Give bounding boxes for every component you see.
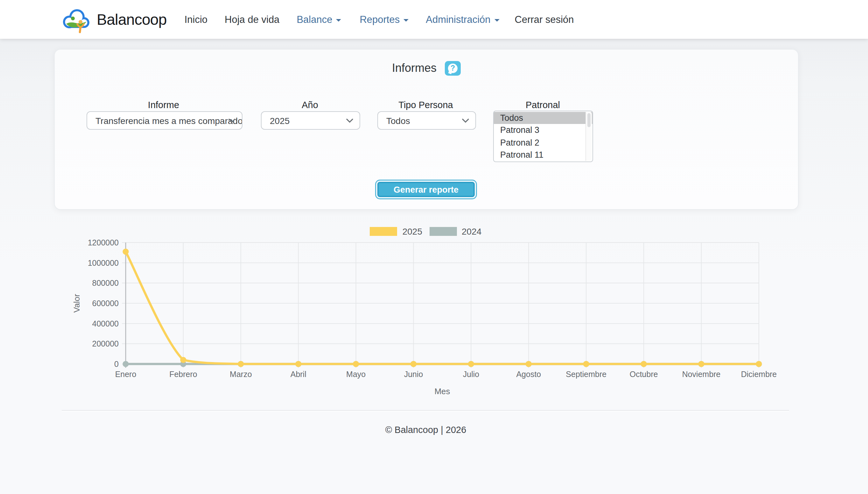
balancoop-logo-icon	[60, 3, 92, 35]
chevron-down-icon	[403, 19, 409, 21]
legend-swatch-2025	[370, 227, 397, 236]
chevron-down-icon	[346, 118, 353, 123]
svg-text:Marzo: Marzo	[230, 370, 252, 379]
svg-text:1000000: 1000000	[88, 259, 119, 267]
listbox-scrollbar[interactable]	[585, 112, 592, 161]
nav-links: Inicio Hoja de vida Balance Reportes Adm…	[167, 14, 574, 25]
legend-label-2024: 2024	[462, 226, 482, 236]
svg-text:Valor: Valor	[72, 294, 82, 312]
footer-text: © Balancoop | 2026	[54, 425, 797, 435]
svg-text:Noviembre: Noviembre	[682, 370, 721, 379]
chevron-down-icon	[462, 118, 469, 123]
chevron-down-icon	[336, 19, 341, 21]
patronal-option-patronal-2[interactable]: Patronal 2	[494, 136, 593, 149]
patronal-listbox[interactable]: Todos Patronal 3 Patronal 2 Patronal 11	[493, 111, 593, 162]
svg-text:Enero: Enero	[115, 370, 137, 379]
nav-item-balance[interactable]: Balance	[296, 14, 341, 25]
legend-item-2025[interactable]: 2025	[370, 226, 422, 236]
svg-text:1200000: 1200000	[88, 240, 119, 247]
informe-select[interactable]: Transferencia mes a mes comparado	[87, 111, 242, 130]
svg-text:Febrero: Febrero	[169, 370, 197, 379]
svg-text:Julio: Julio	[463, 370, 479, 379]
informes-panel: Informes ? Informe Año Tipo Persona Patr…	[54, 49, 799, 210]
informe-select-value: Transferencia mes a mes comparado	[87, 115, 242, 126]
svg-text:200000: 200000	[92, 339, 119, 348]
svg-text:Mes: Mes	[434, 386, 450, 396]
svg-text:0: 0	[114, 360, 119, 368]
patronal-option-patronal-11[interactable]: Patronal 11	[494, 149, 593, 161]
legend-swatch-2024	[429, 227, 457, 236]
tipo-persona-select[interactable]: Todos	[377, 111, 476, 130]
line-chart: 020000040000060000080000010000001200000E…	[54, 240, 797, 410]
nav-item-inicio[interactable]: Inicio	[184, 14, 207, 25]
svg-text:Mayo: Mayo	[346, 370, 366, 379]
svg-text:Septiembre: Septiembre	[566, 370, 607, 379]
page: Balancoop Inicio Hoja de vida Balance Re…	[0, 0, 868, 494]
svg-text:Diciembre: Diciembre	[741, 370, 777, 379]
nav-item-cerrar-sesion[interactable]: Cerrar sesión	[515, 14, 574, 25]
svg-text:Junio: Junio	[404, 370, 423, 379]
legend-item-2024[interactable]: 2024	[429, 226, 482, 236]
navbar: Balancoop Inicio Hoja de vida Balance Re…	[0, 0, 868, 39]
informe-label: Informe	[148, 100, 179, 110]
anio-select[interactable]: 2025	[261, 111, 360, 130]
scrollbar-thumb[interactable]	[587, 113, 590, 127]
svg-text:800000: 800000	[92, 279, 119, 287]
generar-reporte-button[interactable]: Generar reporte	[377, 182, 475, 197]
svg-text:Abril: Abril	[290, 370, 306, 379]
chevron-down-icon	[494, 19, 500, 21]
svg-text:Octubre: Octubre	[630, 370, 658, 379]
nav-item-reportes-label: Reportes	[360, 14, 400, 25]
divider	[62, 410, 789, 411]
chart-legend: 2025 2024	[54, 226, 797, 236]
patronal-option-todos[interactable]: Todos	[494, 112, 593, 124]
brand-name: Balancoop	[97, 11, 167, 28]
nav-item-administracion-label: Administración	[426, 14, 490, 25]
nav-item-balance-label: Balance	[296, 14, 332, 25]
svg-text:600000: 600000	[92, 299, 119, 308]
patronal-label: Patronal	[526, 100, 560, 110]
tipo-persona-select-value: Todos	[378, 115, 410, 126]
nav-item-administracion[interactable]: Administración	[426, 14, 499, 25]
help-button[interactable]: ?	[445, 61, 461, 76]
panel-title: Informes	[392, 62, 436, 75]
chart-section: 2025 2024 020000040000060000080000010000…	[54, 213, 797, 410]
nav-item-reportes[interactable]: Reportes	[360, 14, 409, 25]
question-mark-icon: ?	[448, 63, 458, 73]
nav-item-hoja-de-vida[interactable]: Hoja de vida	[224, 14, 279, 25]
svg-text:Agosto: Agosto	[516, 370, 541, 379]
chevron-down-icon	[229, 118, 235, 123]
svg-text:400000: 400000	[92, 319, 119, 328]
patronal-option-patronal-3[interactable]: Patronal 3	[494, 124, 593, 136]
tipo-persona-label: Tipo Persona	[398, 100, 453, 110]
anio-label: Año	[302, 100, 318, 110]
legend-label-2025: 2025	[402, 226, 422, 236]
panel-title-row: Informes ?	[55, 61, 798, 76]
brand[interactable]: Balancoop	[60, 3, 167, 35]
anio-select-value: 2025	[261, 115, 290, 126]
